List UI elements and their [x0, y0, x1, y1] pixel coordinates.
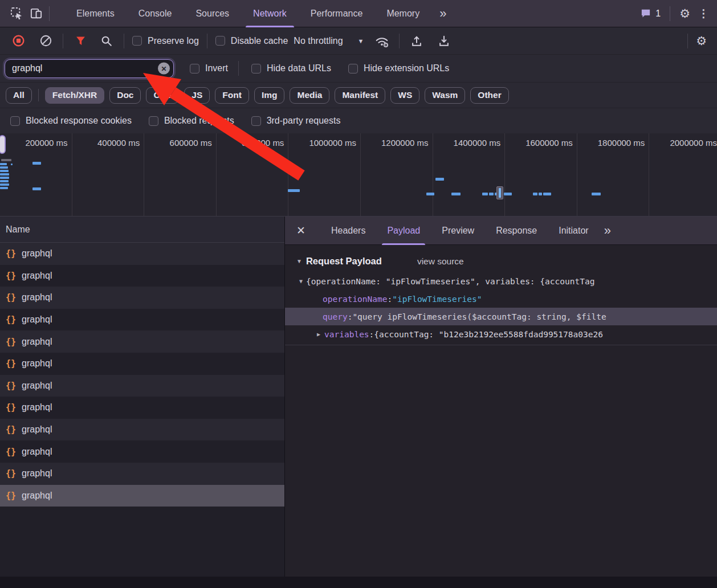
issues-message-button[interactable]: 1: [640, 8, 661, 19]
detail-tab-response[interactable]: Response: [485, 217, 548, 245]
network-toolbars: Preserve log Disable cache No throttling…: [0, 27, 717, 133]
more-tabs-icon[interactable]: »: [431, 6, 453, 21]
request-rows: {}graphql{}graphql{}graphql{}graphql{}gr…: [0, 243, 284, 507]
table-row[interactable]: {}graphql: [0, 463, 284, 485]
filter-pill-font[interactable]: Font: [215, 87, 249, 104]
kebab-menu-icon[interactable]: ⋮: [698, 8, 709, 19]
record-network-log-icon[interactable]: [9, 32, 27, 50]
view-source-link[interactable]: view source: [417, 256, 464, 267]
json-braces-icon: {}: [6, 381, 16, 391]
filter-pill-all[interactable]: All: [6, 87, 32, 104]
table-row[interactable]: {}graphql: [0, 485, 284, 507]
payload-entry-variables[interactable]: ▶variables: {accountTag: "b12e3b2192ee55…: [285, 325, 717, 343]
filter-pill-js[interactable]: JS: [184, 87, 210, 104]
hide-data-urls-checkbox[interactable]: Hide data URLs: [251, 63, 331, 74]
blocked-requests-checkbox[interactable]: Blocked requests: [149, 116, 234, 126]
search-icon[interactable]: [97, 32, 116, 50]
tab-performance[interactable]: Performance: [299, 0, 375, 27]
preserve-log-checkbox[interactable]: Preserve log: [132, 36, 199, 46]
filter-funnel-icon[interactable]: [71, 32, 89, 50]
divider: [285, 345, 717, 345]
divider: [49, 6, 50, 21]
device-toolbar-icon[interactable]: [26, 4, 46, 23]
timeline-scroll-handle[interactable]: [0, 135, 6, 154]
export-har-icon[interactable]: [435, 32, 453, 50]
clear-filter-icon[interactable]: ✕: [158, 63, 170, 75]
divider: [124, 34, 124, 48]
filter-pill-other[interactable]: Other: [470, 87, 508, 104]
collapse-triangle-icon[interactable]: ▼: [296, 258, 302, 264]
table-row[interactable]: {}graphql: [0, 330, 284, 353]
filter-pill-wasm[interactable]: Wasm: [425, 87, 465, 104]
filter-text-input[interactable]: [5, 63, 173, 74]
payload-value: "query ipFlowTimeseries($accountTag: str…: [352, 312, 606, 321]
request-timing-bar: [435, 178, 444, 181]
close-icon[interactable]: ✕: [296, 224, 305, 237]
settings-gear-icon[interactable]: ⚙: [679, 7, 690, 19]
tab-memory[interactable]: Memory: [374, 0, 431, 27]
json-braces-icon: {}: [6, 402, 16, 413]
json-braces-icon: {}: [6, 358, 16, 369]
tab-network[interactable]: Network: [241, 0, 299, 27]
timeline-bars: [0, 133, 717, 216]
network-conditions-icon[interactable]: [373, 32, 391, 50]
detail-tab-preview[interactable]: Preview: [431, 217, 485, 245]
import-har-icon[interactable]: [408, 32, 426, 50]
payload-entry-operationName[interactable]: operationName: "ipFlowTimeseries": [285, 290, 717, 308]
clear-network-log-icon[interactable]: [36, 32, 55, 50]
filter-pill-doc[interactable]: Doc: [109, 87, 141, 104]
request-timing-bar: [533, 193, 537, 195]
network-settings-gear-icon[interactable]: ⚙: [696, 35, 707, 47]
devtools-tab-bar: ElementsConsoleSourcesNetworkPerformance…: [0, 0, 717, 27]
tab-elements[interactable]: Elements: [64, 0, 127, 27]
hide-extension-urls-checkbox[interactable]: Hide extension URLs: [348, 63, 449, 74]
requests-table: Name {}graphql{}graphql{}graphql{}graphq…: [0, 217, 285, 577]
3rd-party-requests-checkbox[interactable]: 3rd-party requests: [251, 116, 341, 126]
name-column-header[interactable]: Name: [0, 217, 284, 243]
request-timing-bar: [288, 189, 300, 192]
request-name: graphql: [22, 292, 52, 303]
table-row[interactable]: {}graphql: [0, 397, 284, 419]
payload-value: {accountTag: "b12e3b2192ee5588fdad995178…: [374, 330, 603, 339]
json-braces-icon: {}: [6, 271, 16, 281]
detail-tab-headers[interactable]: Headers: [320, 217, 376, 245]
json-braces-icon: {}: [6, 337, 16, 347]
table-row[interactable]: {}graphql: [0, 440, 284, 463]
table-row[interactable]: {}graphql: [0, 375, 284, 397]
tab-console[interactable]: Console: [127, 0, 184, 27]
payload-entry-query[interactable]: query: "query ipFlowTimeseries($accountT…: [285, 308, 717, 325]
payload-key: operationName: [323, 295, 388, 304]
payload-root-row[interactable]: ▼ {operationName: "ipFlowTimeseries", va…: [285, 272, 717, 290]
detail-tab-initiator[interactable]: Initiator: [548, 217, 599, 245]
table-row[interactable]: {}graphql: [0, 353, 284, 375]
filter-pill-manifest[interactable]: Manifest: [335, 87, 385, 104]
table-row[interactable]: {}graphql: [0, 243, 284, 265]
request-timing-bar: [0, 180, 9, 182]
filter-pill-css[interactable]: CSS: [146, 87, 179, 104]
detail-tab-payload[interactable]: Payload: [376, 217, 431, 245]
request-timing-bar: [0, 163, 7, 165]
blocked-response-cookies-checkbox[interactable]: Blocked response cookies: [10, 116, 132, 126]
more-detail-tabs-icon[interactable]: »: [600, 223, 614, 238]
inspect-element-icon[interactable]: [7, 4, 26, 23]
throttling-select[interactable]: No throttling ▼: [294, 36, 364, 46]
request-timing-bar: [32, 187, 41, 190]
table-row[interactable]: {}graphql: [0, 419, 284, 441]
filter-pill-media[interactable]: Media: [290, 87, 329, 104]
invert-checkbox[interactable]: Invert: [190, 63, 228, 74]
network-overview-timeline[interactable]: 200000 ms400000 ms600000 ms800000 ms1000…: [0, 133, 717, 217]
filter-pill-img[interactable]: Img: [254, 87, 285, 104]
collapse-triangle-icon[interactable]: ▼: [299, 278, 303, 284]
table-row[interactable]: {}graphql: [0, 309, 284, 331]
table-row[interactable]: {}graphql: [0, 287, 284, 309]
request-name: graphql: [22, 424, 52, 435]
table-row[interactable]: {}graphql: [0, 265, 284, 287]
request-timing-bar: [499, 188, 501, 198]
expand-triangle-icon[interactable]: ▶: [317, 331, 320, 337]
checkbox-label: Blocked response cookies: [26, 116, 132, 126]
filter-pill-fetch-xhr[interactable]: Fetch/XHR: [45, 87, 104, 104]
disable-cache-checkbox[interactable]: Disable cache: [215, 36, 288, 46]
tab-sources[interactable]: Sources: [184, 0, 241, 27]
request-name: graphql: [22, 468, 52, 479]
filter-pill-ws[interactable]: WS: [390, 87, 419, 104]
